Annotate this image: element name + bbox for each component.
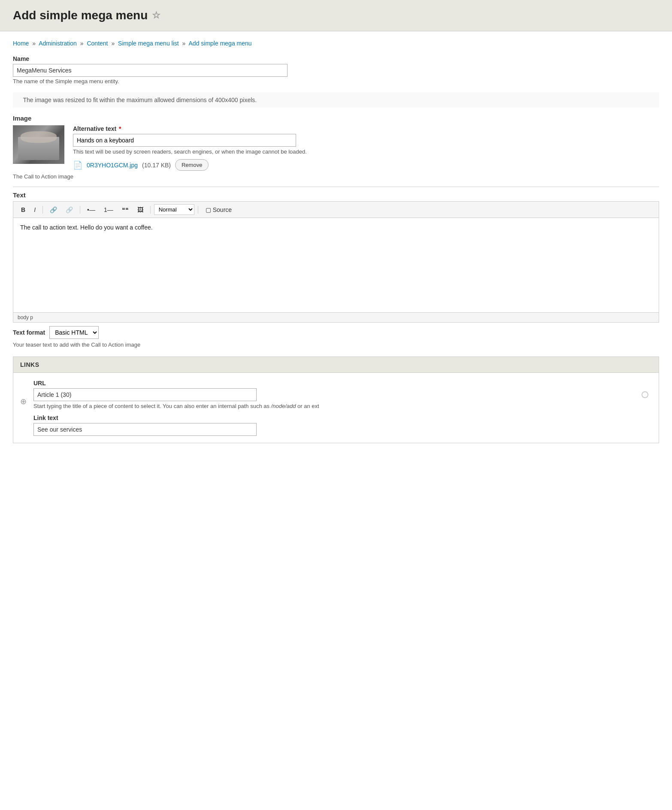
links-section: LINKS ⊕ URL Start typing the title of a … — [13, 357, 659, 443]
file-icon: 📄 — [73, 160, 82, 170]
format-select-wrapper: Normal Heading 1 Heading 2 Heading 3 Hea… — [154, 204, 194, 215]
breadcrumb: Home » Administration » Content » Simple… — [13, 40, 659, 47]
editor-footer: body p — [13, 312, 659, 322]
text-section-label: Text — [13, 191, 659, 199]
page-content: Home » Administration » Content » Simple… — [0, 31, 672, 452]
editor-path: body p — [18, 314, 33, 320]
unlink-button[interactable]: 🔗 — [62, 205, 76, 215]
alt-text-description: This text will be used by screen readers… — [73, 148, 659, 155]
format-select[interactable]: Normal Heading 1 Heading 2 Heading 3 Hea… — [154, 204, 194, 215]
cta-image-description: The Call to Action image — [13, 173, 659, 180]
name-label: Name — [13, 55, 659, 62]
url-input[interactable] — [33, 388, 257, 401]
name-description: The name of the Simple mega menu entity. — [13, 78, 659, 85]
editor-content[interactable]: The call to action text. Hello do you wa… — [13, 218, 659, 312]
links-content: ⊕ URL Start typing the title of a piece … — [13, 373, 659, 443]
editor-wrapper: B I 🔗 🔗 •— 1— ❝❝ 🖼 Normal Heading 1 Head… — [13, 201, 659, 323]
text-format-row: Text format Basic HTML Full HTML Plain t… — [13, 326, 659, 339]
breadcrumb-content[interactable]: Content — [87, 40, 108, 47]
image-button[interactable]: 🖼 — [134, 205, 147, 215]
url-input-wrapper — [33, 388, 652, 401]
image-section-label: Image — [13, 115, 659, 122]
link-fields: URL Start typing the title of a piece of… — [33, 380, 652, 436]
file-size: (10.17 KB) — [142, 162, 171, 169]
image-section: Image Alternative text * This text will … — [13, 115, 659, 180]
breadcrumb-home[interactable]: Home — [13, 40, 29, 47]
source-button[interactable]: ▢ Source — [202, 205, 236, 215]
file-link[interactable]: 0R3YHO1GCM.jpg — [87, 162, 138, 169]
text-format-label: Text format — [13, 329, 45, 336]
links-header: LINKS — [13, 357, 659, 373]
toolbar-separator-4 — [198, 206, 198, 214]
link-row: ⊕ URL Start typing the title of a piece … — [20, 380, 652, 436]
bold-button[interactable]: B — [18, 205, 29, 215]
url-spinner-icon — [642, 391, 648, 398]
favorite-star-icon[interactable]: ☆ — [152, 10, 160, 21]
breadcrumb-list[interactable]: Simple mega menu list — [118, 40, 179, 47]
toolbar-separator-3 — [150, 206, 151, 214]
text-format-description: Your teaser text to add with the Call to… — [13, 342, 659, 348]
name-input[interactable] — [13, 64, 288, 77]
italic-button[interactable]: I — [30, 205, 39, 215]
url-description: Start typing the title of a piece of con… — [33, 403, 652, 409]
editor-toolbar: B I 🔗 🔗 •— 1— ❝❝ 🖼 Normal Heading 1 Head… — [13, 202, 659, 218]
text-section: Text B I 🔗 🔗 •— 1— ❝❝ 🖼 Normal Heading 1 — [13, 191, 659, 348]
alt-text-input[interactable] — [73, 134, 296, 147]
page-title: Add simple mega menu ☆ — [13, 9, 659, 22]
source-label: Source — [213, 206, 232, 213]
image-thumbnail — [13, 125, 64, 164]
link-text-label: Link text — [33, 414, 652, 421]
drag-handle-icon[interactable]: ⊕ — [20, 397, 27, 406]
remove-button[interactable]: Remove — [175, 159, 209, 171]
link-text-input[interactable] — [33, 423, 257, 436]
breadcrumb-separator-1: » — [32, 40, 36, 47]
name-field-group: Name The name of the Simple mega menu en… — [13, 55, 659, 85]
breadcrumb-administration[interactable]: Administration — [39, 40, 77, 47]
url-description-path: /node/add — [271, 403, 296, 409]
breadcrumb-separator-4: » — [182, 40, 186, 47]
section-divider-1 — [13, 187, 659, 187]
source-icon: ▢ — [206, 206, 211, 213]
breadcrumb-current[interactable]: Add simple mega menu — [189, 40, 252, 47]
toolbar-separator-2 — [80, 206, 80, 214]
breadcrumb-separator-2: » — [80, 40, 84, 47]
link-button[interactable]: 🔗 — [46, 205, 61, 215]
breadcrumb-separator-3: » — [111, 40, 115, 47]
editor-text: The call to action text. Hello do you wa… — [20, 224, 153, 231]
required-star: * — [117, 125, 121, 132]
image-container: Alternative text * This text will be use… — [13, 125, 659, 171]
unordered-list-button[interactable]: •— — [84, 205, 99, 215]
text-format-select[interactable]: Basic HTML Full HTML Plain text — [49, 326, 99, 339]
toolbar-separator-1 — [42, 206, 43, 214]
image-resize-notice: The image was resized to fit within the … — [13, 92, 659, 108]
image-thumbnail-inner — [13, 125, 64, 164]
url-description-suffix: or an ext — [296, 403, 319, 409]
title-text: Add simple mega menu — [13, 9, 148, 22]
image-details: Alternative text * This text will be use… — [73, 125, 659, 171]
file-info: 📄 0R3YHO1GCM.jpg (10.17 KB) Remove — [73, 159, 659, 171]
blockquote-button[interactable]: ❝❝ — [118, 205, 132, 215]
ordered-list-button[interactable]: 1— — [100, 205, 117, 215]
url-label: URL — [33, 380, 652, 387]
alt-text-label: Alternative text * — [73, 125, 659, 132]
page-header: Add simple mega menu ☆ — [0, 0, 672, 31]
url-description-text: Start typing the title of a piece of con… — [33, 403, 271, 409]
